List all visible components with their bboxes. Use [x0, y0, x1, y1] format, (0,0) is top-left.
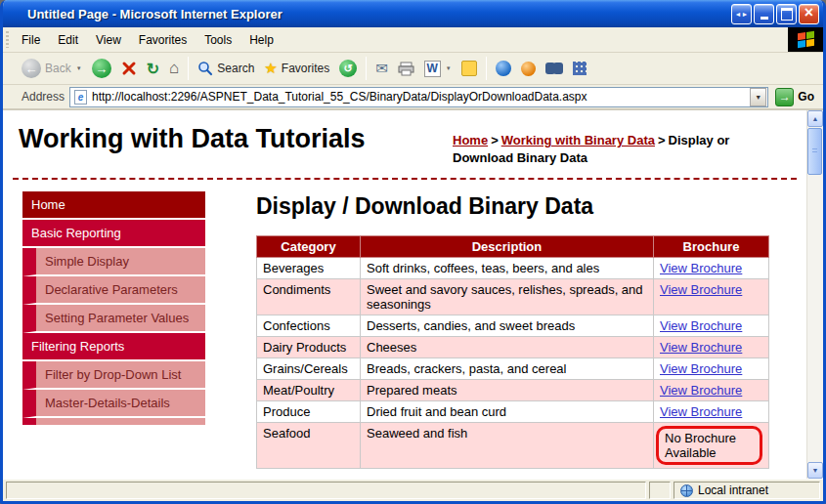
brochure-cell: View Brochure — [654, 279, 769, 315]
go-button[interactable]: Go — [773, 87, 819, 107]
messenger-button[interactable] — [456, 58, 482, 79]
mail-button[interactable] — [370, 57, 393, 80]
page-header: Working with Data Tutorials Home>Working… — [13, 110, 797, 180]
history-button[interactable] — [334, 57, 362, 80]
breadcrumb-link-home[interactable]: Home — [453, 133, 488, 147]
back-button[interactable]: Back — [17, 56, 87, 81]
zone-label: Local intranet — [698, 483, 768, 497]
sidebar-item[interactable]: Filter by Drop-Down List — [22, 361, 205, 390]
sidebar-section[interactable]: Basic Reporting — [22, 220, 205, 248]
view-brochure-link[interactable]: View Brochure — [660, 383, 742, 398]
category-cell: Confections — [257, 315, 361, 337]
intranet-zone-icon — [680, 484, 693, 497]
print-icon — [398, 62, 414, 76]
breadcrumb: Home>Working with Binary Data>Display or… — [453, 124, 793, 166]
stop-button[interactable] — [116, 58, 142, 79]
breadcrumb-separator: > — [658, 133, 666, 147]
stop-icon — [121, 61, 137, 76]
table-row: Dairy ProductsCheesesView Brochure — [257, 337, 769, 358]
quick-links-button[interactable] — [568, 59, 591, 78]
sidebar-section[interactable]: Home — [22, 191, 205, 220]
sidebar-item[interactable]: Declarative Parameters — [22, 276, 205, 305]
page-body: HomeBasic ReportingSimple DisplayDeclara… — [3, 180, 806, 469]
description-cell: Seaweed and fish — [361, 423, 654, 469]
main-content: Display / Download Binary Data CategoryD… — [205, 191, 806, 469]
sidebar-item[interactable]: Master-Details-Details — [22, 390, 205, 418]
address-url-input[interactable] — [90, 89, 750, 105]
messenger-icon — [461, 61, 477, 76]
content-area: Working with Data Tutorials Home>Working… — [3, 110, 823, 479]
status-message-panel — [6, 482, 646, 499]
forward-button[interactable] — [87, 56, 116, 81]
brochure-cell: View Brochure — [654, 258, 769, 279]
sidebar-nav: HomeBasic ReportingSimple DisplayDeclara… — [22, 191, 205, 469]
category-cell: Beverages — [257, 258, 361, 279]
brochure-cell: No Brochure Available — [654, 423, 769, 469]
search-icon — [197, 61, 213, 76]
favorites-label: Favorites — [282, 62, 329, 75]
minimize-button[interactable] — [754, 4, 774, 24]
address-dropdown-button[interactable] — [750, 88, 766, 106]
view-brochure-link[interactable]: View Brochure — [660, 261, 742, 275]
brochure-cell: View Brochure — [654, 380, 769, 401]
title-bar: Untitled Page - Microsoft Internet Explo… — [3, 0, 823, 27]
security-zone-panel: Local intranet — [674, 482, 820, 499]
sidebar-item[interactable]: Simple Display — [22, 248, 205, 276]
table-row: SeafoodSeaweed and fishNo Brochure Avail… — [257, 423, 769, 469]
view-brochure-link[interactable]: View Brochure — [660, 361, 742, 376]
vertical-scrollbar[interactable] — [806, 110, 823, 479]
history-icon — [339, 60, 357, 77]
table-row: BeveragesSoft drinks, coffees, teas, bee… — [257, 258, 769, 279]
view-brochure-link[interactable]: View Brochure — [660, 282, 742, 297]
menu-item-help[interactable]: Help — [240, 30, 283, 50]
description-cell: Sweet and savory sauces, relishes, sprea… — [361, 279, 654, 315]
sidebar-section[interactable]: Filtering Reports — [22, 333, 205, 361]
menu-item-edit[interactable]: Edit — [49, 30, 87, 50]
menu-item-view[interactable]: View — [87, 30, 130, 50]
view-brochure-link[interactable]: View Brochure — [660, 340, 742, 355]
categories-table: CategoryDescriptionBrochure BeveragesSof… — [256, 235, 769, 469]
window-extra-button[interactable] — [731, 4, 752, 24]
view-brochure-link[interactable]: View Brochure — [660, 404, 742, 419]
back-icon — [22, 59, 41, 78]
favorites-button[interactable]: Favorites — [259, 57, 334, 80]
favorites-star-icon — [264, 60, 277, 77]
description-cell: Dried fruit and bean curd — [361, 401, 654, 423]
refresh-button[interactable] — [142, 57, 164, 81]
find-button[interactable] — [541, 60, 568, 77]
home-button[interactable] — [164, 56, 184, 81]
column-header-description: Description — [361, 236, 654, 258]
windows-logo-icon — [788, 27, 823, 52]
toolbar-separator — [188, 57, 189, 80]
maximize-button[interactable] — [776, 4, 797, 24]
sidebar-item[interactable]: Setting Parameter Values — [22, 305, 205, 333]
edit-with-word-button[interactable] — [419, 58, 456, 80]
menu-item-tools[interactable]: Tools — [196, 30, 240, 50]
mail-icon — [375, 60, 388, 77]
no-brochure-text: No Brochure Available — [665, 431, 736, 460]
scroll-down-button[interactable] — [807, 462, 823, 479]
table-header-row: CategoryDescriptionBrochure — [257, 236, 769, 258]
scrollbar-track[interactable] — [807, 127, 823, 462]
research-button[interactable] — [516, 59, 541, 79]
web-page: Working with Data Tutorials Home>Working… — [3, 110, 806, 479]
brochure-cell: View Brochure — [654, 358, 769, 380]
close-button[interactable] — [799, 4, 819, 24]
scroll-up-button[interactable] — [807, 110, 823, 127]
scrollbar-thumb[interactable] — [807, 128, 822, 175]
print-button[interactable] — [393, 59, 419, 79]
menu-grip[interactable] — [6, 31, 9, 48]
site-title: Working with Data Tutorials — [19, 124, 366, 154]
menu-item-favorites[interactable]: Favorites — [130, 30, 196, 50]
search-button[interactable]: Search — [193, 58, 259, 79]
view-brochure-link[interactable]: View Brochure — [660, 318, 742, 333]
description-cell: Prepared meats — [361, 380, 654, 401]
brochure-cell: View Brochure — [654, 401, 769, 423]
address-bar: Address Go — [3, 85, 823, 110]
address-input-box[interactable] — [69, 87, 768, 107]
category-cell: Produce — [257, 401, 361, 423]
breadcrumb-link-binary-data[interactable]: Working with Binary Data — [501, 133, 655, 147]
web-discussion-button[interactable] — [491, 58, 516, 79]
status-bar: Local intranet — [3, 479, 823, 501]
menu-item-file[interactable]: File — [13, 30, 49, 50]
